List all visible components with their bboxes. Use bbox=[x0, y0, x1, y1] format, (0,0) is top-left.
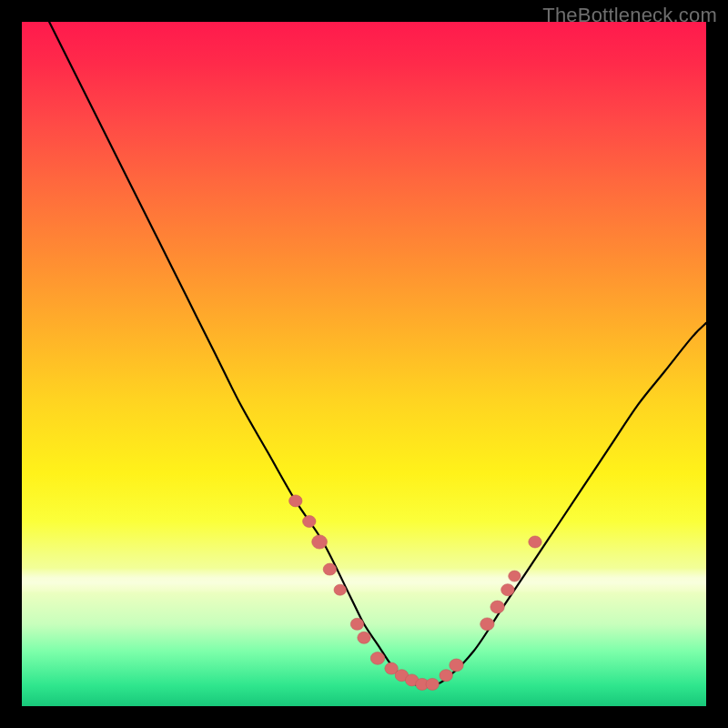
chart-container bbox=[22, 22, 706, 706]
chart-background-gradient bbox=[22, 22, 706, 706]
